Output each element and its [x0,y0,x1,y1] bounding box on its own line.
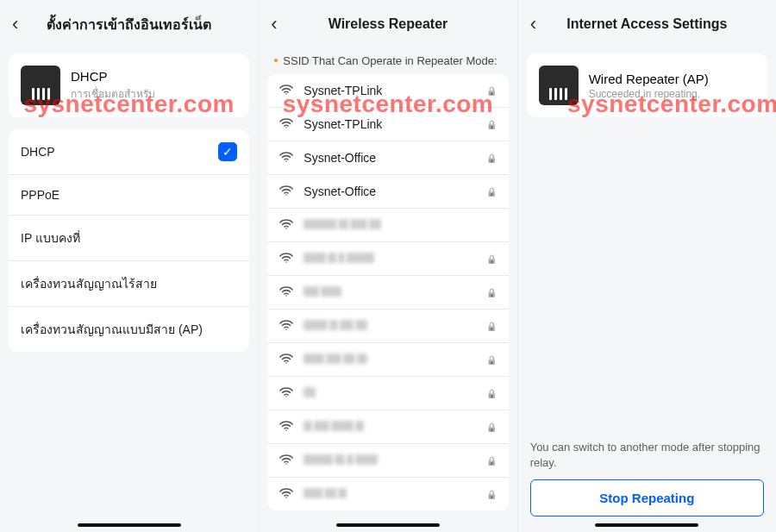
lock-icon: 🔒 [486,187,497,197]
wifi-icon [279,252,293,266]
home-indicator[interactable] [336,523,440,527]
ssid-name [304,319,475,333]
ssid-item[interactable]: 🔒 [267,477,508,510]
wifi-icon [279,420,293,434]
wifi-icon [279,151,293,165]
ssid-item[interactable]: Sysnet-TPLink🔒 [267,74,508,107]
lock-icon: 🔒 [486,389,497,398]
ssid-item[interactable]: Sysnet-TPLink🔒 [267,107,508,141]
wifi-icon [279,353,293,366]
header: ‹ Wireless Repeater [259,0,516,48]
ssid-item[interactable]: 🔒 [267,342,508,376]
wifi-icon [279,218,293,232]
ssid-list: Sysnet-TPLink🔒Sysnet-TPLink🔒Sysnet-Offic… [267,74,508,510]
mode-option-label: IP แบบคงที่ [21,228,80,247]
stop-repeating-button[interactable]: Stop Repeating [530,479,764,516]
home-indicator[interactable] [595,523,698,527]
ssid-name [304,252,475,266]
mode-option[interactable]: IP แบบคงที่ [9,215,249,260]
check-icon: ✓ [218,142,237,161]
ssid-item[interactable]: 🔒 [267,376,508,410]
ssid-item[interactable]: 🔒 [267,241,508,275]
lock-icon: 🔒 [486,355,497,365]
router-icon [539,66,579,105]
mode-options-list: DHCP✓PPPoEIP แบบคงที่เครื่องทวนสัญญาณไร้… [9,129,249,352]
home-indicator[interactable] [78,523,181,527]
page-title: Wireless Repeater [329,16,448,32]
ssid-item[interactable]: Sysnet-Office🔒 [267,174,508,208]
ssid-item[interactable]: 🔒 [267,275,508,309]
lock-icon: 🔒 [486,490,497,499]
wifi-icon [279,84,293,97]
ssid-name [304,420,475,434]
ssid-name [304,218,477,232]
current-mode-title: Wired Repeater (AP) [589,72,709,86]
mode-option-label: เครื่องทวนสัญญาณแบบมีสาย (AP) [21,320,203,339]
wifi-icon [279,487,293,501]
screen-wireless-repeater: ‹ Wireless Repeater SSID That Can Operat… [258,0,516,532]
wifi-icon [279,319,293,333]
router-icon [21,66,60,105]
ssid-name [304,386,475,400]
ssid-name: Sysnet-TPLink [304,117,475,131]
header: ‹ ตั้งค่าการเข้าถึงอินเทอร์เน็ต [0,0,258,48]
ssid-name [304,454,475,467]
lock-icon: 🔒 [486,322,497,331]
page-title: Internet Access Settings [566,16,727,32]
screen-internet-access: ‹ ตั้งค่าการเข้าถึงอินเทอร์เน็ต DHCP การ… [0,0,258,532]
ssid-name [304,285,475,299]
hint-text: You can switch to another mode after sto… [530,440,764,471]
ssid-name: Sysnet-Office [304,185,475,198]
screen-access-settings: ‹ Internet Access Settings Wired Repeate… [517,0,776,532]
lock-icon: 🔒 [486,456,497,466]
wifi-icon [279,386,293,400]
back-icon[interactable]: ‹ [271,15,277,34]
wifi-icon [279,454,293,467]
lock-icon: 🔒 [486,288,497,297]
mode-option-label: PPPoE [21,188,59,202]
mode-option[interactable]: เครื่องทวนสัญญาณแบบมีสาย (AP) [9,306,249,352]
ssid-item[interactable]: Sysnet-Office🔒 [267,141,508,174]
lock-icon: 🔒 [486,254,497,264]
wifi-icon [279,117,293,131]
ssid-name [304,487,475,501]
mode-option-label: เครื่องทวนสัญญาณไร้สาย [21,274,157,293]
lock-icon: 🔒 [486,86,497,96]
current-mode-card: DHCP การเชื่อมตอสำหรับ [9,53,249,117]
ssid-section-label: SSID That Can Operate in Repeater Mode: [267,53,508,69]
current-mode-title: DHCP [71,69,155,84]
current-mode-subtitle: Succeeded in repeating. [589,88,709,100]
ssid-name: Sysnet-TPLink [304,84,475,97]
lock-icon: 🔒 [486,120,497,129]
mode-option[interactable]: PPPoE [9,174,249,215]
wifi-icon [279,285,293,299]
ssid-item[interactable] [267,208,508,241]
ssid-name [304,353,475,366]
mode-option[interactable]: DHCP✓ [9,129,249,174]
page-title: ตั้งค่าการเข้าถึงอินเทอร์เน็ต [47,14,211,35]
ssid-name: Sysnet-Office [304,151,475,165]
back-icon[interactable]: ‹ [530,15,536,34]
header: ‹ Internet Access Settings [518,0,776,48]
mode-option-label: DHCP [21,145,55,159]
current-mode-subtitle: การเชื่อมตอสำหรับ [71,85,155,102]
lock-icon: 🔒 [486,153,497,163]
wifi-icon [279,185,293,198]
mode-option[interactable]: เครื่องทวนสัญญาณไร้สาย [9,260,249,306]
ssid-item[interactable]: 🔒 [267,410,508,443]
ssid-item[interactable]: 🔒 [267,309,508,342]
ssid-item[interactable]: 🔒 [267,443,508,477]
back-icon[interactable]: ‹ [12,15,18,34]
bottom-panel: You can switch to another mode after sto… [518,440,776,516]
lock-icon: 🔒 [486,422,497,432]
current-mode-card: Wired Repeater (AP) Succeeded in repeati… [527,53,767,117]
